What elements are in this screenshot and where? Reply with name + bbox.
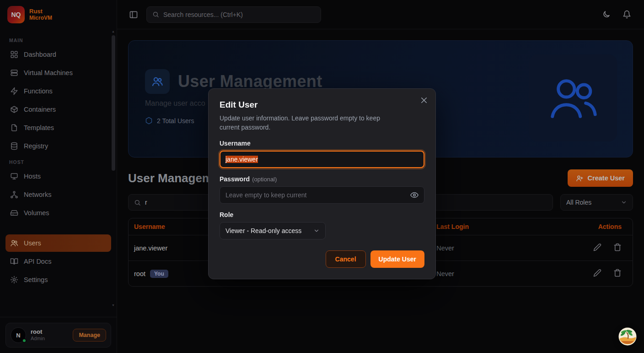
dialog-description: Update user information. Leave password … (220, 114, 399, 132)
dialog-title: Edit User (220, 100, 424, 110)
password-optional-hint: (optional) (252, 176, 277, 183)
update-user-button[interactable]: Update User (370, 250, 424, 268)
password-input[interactable]: Leave empty to keep current (220, 186, 424, 204)
username-field-group: Username jane.viewer (220, 140, 424, 168)
eye-icon[interactable] (410, 191, 419, 199)
password-placeholder: Leave empty to keep current (225, 191, 410, 199)
password-label-text: Password (220, 175, 250, 183)
username-input[interactable]: jane.viewer (220, 151, 424, 168)
role-select-value: Viewer - Read-only access (225, 227, 301, 234)
edit-user-dialog: Edit User Update user information. Leave… (208, 88, 436, 279)
chevron-down-icon (313, 228, 320, 234)
username-label: Username (220, 140, 424, 147)
app-window: NQ Rust MicroVM MAIN Dashboard Virtual M… (0, 0, 644, 353)
password-label: Password(optional) (220, 175, 424, 183)
island-fab-button[interactable] (618, 327, 637, 346)
role-label: Role (220, 211, 424, 218)
palm-island-icon (618, 340, 637, 347)
username-input-value: jane.viewer (225, 156, 258, 163)
close-icon[interactable] (420, 96, 428, 104)
password-field-group: Password(optional) Leave empty to keep c… (220, 175, 424, 204)
dialog-footer: Cancel Update User (220, 250, 424, 268)
role-field-group: Role Viewer - Read-only access (220, 211, 424, 239)
role-select[interactable]: Viewer - Read-only access (220, 222, 326, 239)
cancel-button[interactable]: Cancel (326, 250, 366, 268)
